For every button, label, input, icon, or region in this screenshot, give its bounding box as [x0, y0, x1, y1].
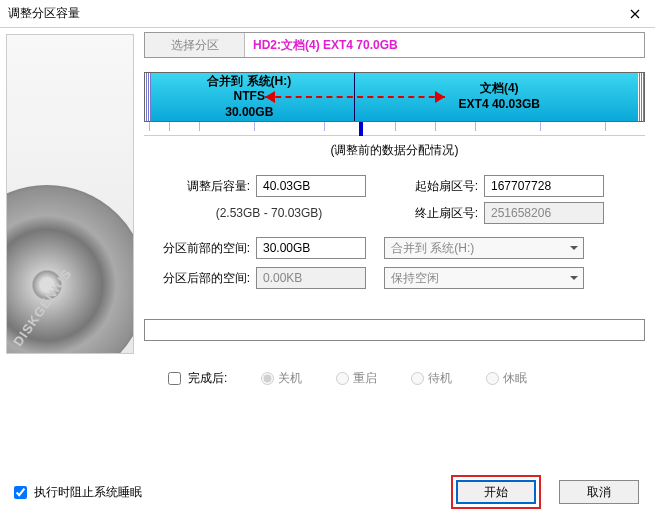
start-button[interactable]: 开始 — [456, 480, 536, 504]
partition-right-info: EXT4 40.03GB — [459, 97, 540, 113]
pre-adjust-caption: (调整前的数据分配情况) — [144, 142, 645, 159]
start-button-highlight: 开始 — [451, 475, 541, 509]
partition-current[interactable]: 文档(4) EXT4 40.03GB — [355, 73, 644, 121]
resize-handle-left[interactable] — [145, 73, 151, 121]
cancel-button[interactable]: 取消 — [559, 480, 639, 504]
partition-slider[interactable]: 合并到 系统(H:) NTFS 30.00GB 文档(4) EXT4 40.03… — [144, 72, 645, 122]
start-sector-label: 起始扇区号: — [394, 178, 484, 195]
window-title: 调整分区容量 — [8, 5, 80, 22]
radio-reboot[interactable]: 重启 — [336, 370, 377, 387]
radio-standby[interactable]: 待机 — [411, 370, 452, 387]
partition-left-fs: NTFS — [234, 89, 265, 105]
partition-left-size: 30.00GB — [225, 105, 273, 121]
size-range-hint: (2.53GB - 70.03GB) — [144, 206, 394, 220]
resize-handle-right[interactable] — [638, 73, 644, 121]
start-sector-input[interactable] — [484, 175, 604, 197]
main-panel: 选择分区 HD2:文档(4) EXT4 70.0GB 合并到 系统(H:) NT… — [140, 28, 655, 519]
after-size-label: 调整后容量: — [144, 178, 256, 195]
radio-shutdown[interactable]: 关机 — [261, 370, 302, 387]
after-complete-row: 完成后: 关机 重启 待机 休眠 — [144, 369, 645, 388]
front-space-label: 分区前部的空间: — [144, 240, 256, 257]
prevent-sleep-check-input[interactable] — [14, 486, 27, 499]
progress-bar — [144, 319, 645, 341]
prevent-sleep-checkbox[interactable]: 执行时阻止系统睡眠 — [10, 483, 142, 502]
tab-bar: 选择分区 HD2:文档(4) EXT4 70.0GB — [144, 32, 645, 58]
close-button[interactable] — [615, 0, 655, 28]
after-complete-checkbox[interactable]: 完成后: — [164, 369, 227, 388]
after-size-input[interactable] — [256, 175, 366, 197]
titlebar: 调整分区容量 — [0, 0, 655, 28]
tab-select-partition[interactable]: 选择分区 — [145, 33, 245, 57]
after-complete-label: 完成后: — [188, 370, 227, 387]
back-space-label: 分区后部的空间: — [144, 270, 256, 287]
front-space-select[interactable]: 合并到 系统(H:) — [384, 237, 584, 259]
prevent-sleep-label: 执行时阻止系统睡眠 — [34, 484, 142, 501]
end-sector-label: 终止扇区号: — [394, 205, 484, 222]
after-complete-check-input[interactable] — [168, 372, 181, 385]
partition-left-name: 合并到 系统(H:) — [207, 74, 291, 90]
radio-hibernate[interactable]: 休眠 — [486, 370, 527, 387]
close-icon — [630, 9, 640, 19]
sidebar: DISKGENIUS — [0, 28, 140, 519]
back-space-select[interactable]: 保持空闲 — [384, 267, 584, 289]
tab-active-partition[interactable]: HD2:文档(4) EXT4 70.0GB — [245, 33, 644, 57]
disk-image: DISKGENIUS — [6, 34, 134, 354]
back-space-input — [256, 267, 366, 289]
front-space-input[interactable] — [256, 237, 366, 259]
data-distribution-ruler — [144, 122, 645, 136]
end-sector-input — [484, 202, 604, 224]
partition-merge-target[interactable]: 合并到 系统(H:) NTFS 30.00GB — [145, 73, 355, 121]
partition-right-name: 文档(4) — [480, 81, 519, 97]
